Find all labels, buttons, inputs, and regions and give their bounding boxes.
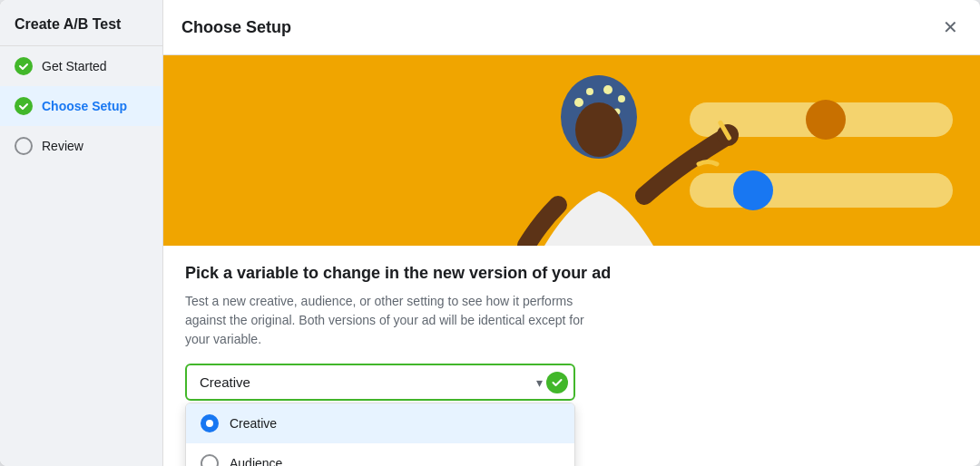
svg-point-8	[618, 95, 625, 102]
dropdown-check-icon	[546, 372, 568, 393]
sidebar-item-get-started[interactable]: Get Started	[0, 46, 162, 86]
hero-illustration	[163, 55, 980, 246]
option-label-creative: Creative	[230, 416, 277, 431]
close-button[interactable]: ✕	[939, 15, 962, 40]
circle-icon-review	[15, 137, 33, 155]
modal: Create A/B Test Get Started Choose Setup…	[0, 0, 980, 466]
svg-point-5	[574, 98, 583, 107]
sidebar-title: Create A/B Test	[0, 0, 162, 46]
dropdown-option-audience[interactable]: Audience	[186, 443, 574, 466]
sidebar-item-label-review: Review	[42, 139, 83, 153]
main-header: Choose Setup ✕	[163, 0, 980, 55]
option-label-audience: Audience	[230, 456, 282, 466]
sidebar-item-review[interactable]: Review	[0, 126, 162, 166]
sidebar-item-choose-setup[interactable]: Choose Setup	[0, 86, 162, 126]
check-icon-choose-setup	[15, 97, 33, 115]
dropdown-menu: Creative Audience Placement Custom	[185, 403, 575, 466]
main-body: Pick a variable to change in the new ver…	[163, 246, 980, 466]
main-header-title: Choose Setup	[181, 18, 291, 37]
sidebar-item-label-get-started: Get Started	[42, 59, 107, 73]
radio-audience	[201, 454, 219, 466]
hero-banner	[163, 55, 980, 246]
sidebar: Create A/B Test Get Started Choose Setup…	[0, 0, 163, 466]
svg-rect-1	[690, 173, 953, 208]
main-content: Choose Setup ✕	[163, 0, 980, 466]
svg-point-6	[586, 88, 593, 95]
pick-title: Pick a variable to change in the new ver…	[185, 264, 958, 283]
sidebar-item-label-choose-setup: Choose Setup	[42, 99, 127, 113]
svg-point-7	[603, 85, 612, 94]
pick-desc: Test a new creative, audience, or other …	[185, 292, 584, 349]
svg-point-3	[733, 170, 773, 210]
dropdown-container: Creative Audience Placement Custom ▾ Cre…	[185, 364, 575, 401]
svg-point-11	[575, 102, 622, 157]
variable-select[interactable]: Creative Audience Placement Custom	[185, 364, 575, 401]
dropdown-option-creative[interactable]: Creative	[186, 403, 574, 443]
check-icon-get-started	[15, 57, 33, 75]
svg-point-2	[806, 100, 846, 140]
radio-creative	[201, 414, 219, 432]
